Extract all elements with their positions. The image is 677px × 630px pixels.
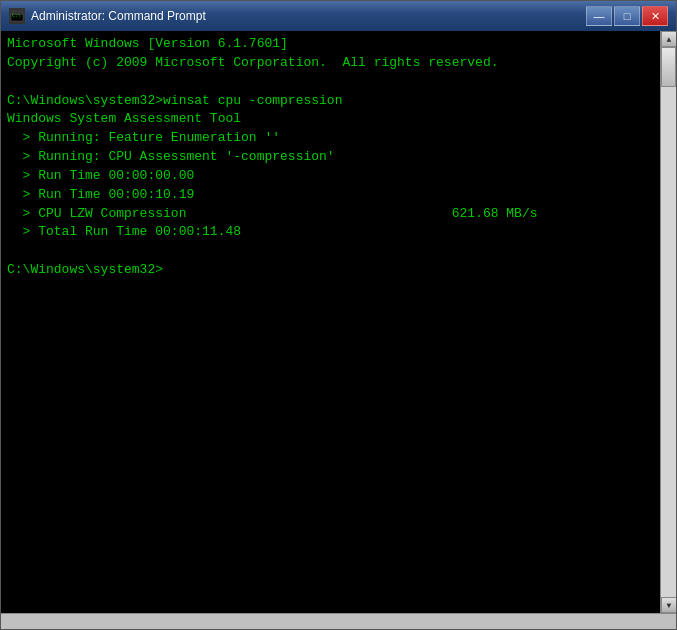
scroll-down-button[interactable]: ▼: [661, 597, 676, 613]
window-icon: C:\: [9, 8, 25, 24]
close-button[interactable]: ✕: [642, 6, 668, 26]
console-output: Microsoft Windows [Version 6.1.7601] Cop…: [7, 35, 654, 280]
maximize-button[interactable]: □: [614, 6, 640, 26]
window-title: Administrator: Command Prompt: [31, 9, 586, 23]
console-area[interactable]: Microsoft Windows [Version 6.1.7601] Cop…: [1, 31, 660, 613]
minimize-button[interactable]: —: [586, 6, 612, 26]
title-bar: C:\ Administrator: Command Prompt — □ ✕: [1, 1, 676, 31]
window-controls: — □ ✕: [586, 6, 668, 26]
scroll-thumb[interactable]: [661, 47, 676, 87]
scrollbar[interactable]: ▲ ▼: [660, 31, 676, 613]
scroll-up-button[interactable]: ▲: [661, 31, 676, 47]
scroll-track[interactable]: [661, 47, 676, 597]
status-bar: [1, 613, 676, 629]
command-prompt-window: C:\ Administrator: Command Prompt — □ ✕ …: [0, 0, 677, 630]
window-body: Microsoft Windows [Version 6.1.7601] Cop…: [1, 31, 676, 613]
svg-text:C:\: C:\: [12, 12, 21, 18]
